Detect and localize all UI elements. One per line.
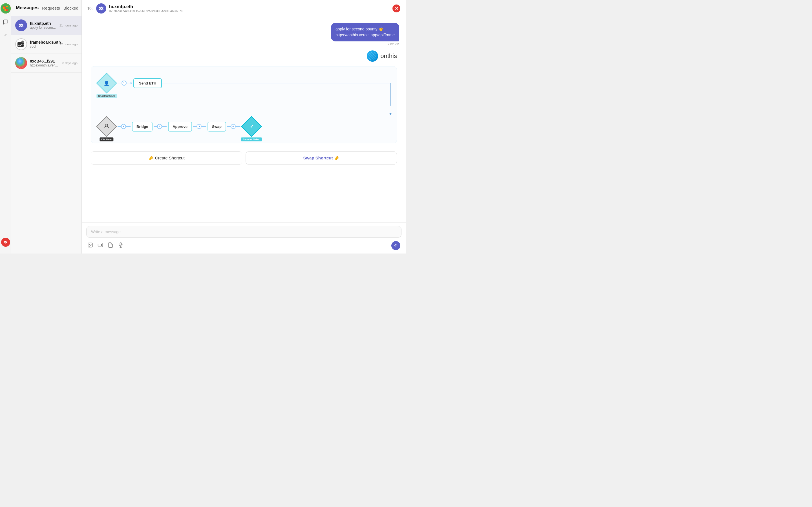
conversation-name: frameboards.eth [30, 40, 57, 45]
conversation-preview: cool [30, 45, 57, 48]
diy-user-node: DIY User [97, 117, 116, 136]
action-buttons: 🤌 Create Shortcut Swap Shortcut 🤌 [89, 148, 399, 168]
message-bubble: apply for second bounty 👋https://onthis.… [331, 23, 399, 41]
svg-rect-21 [98, 244, 102, 246]
bridge-node: Bridge [132, 122, 153, 131]
create-shortcut-button[interactable]: 🤌 Create Shortcut [91, 151, 242, 165]
conversation-preview: https://onthis.vercel.a... [30, 63, 59, 67]
message-toolbar [86, 239, 402, 250]
conversation-item[interactable]: 0xcB46...f291 https://onthis.vercel.a...… [11, 54, 82, 73]
send-eth-node: Send ETH [133, 78, 162, 88]
avatar [15, 57, 27, 69]
sent-message: apply for second bounty 👋https://onthis.… [331, 23, 399, 46]
svg-point-20 [89, 244, 90, 244]
to-label: To: [87, 6, 93, 11]
step1-connector: 1 [117, 80, 132, 86]
conversation-item[interactable]: frameboards.eth cool 12 hours ago [11, 35, 82, 54]
user-avatar[interactable] [1, 3, 11, 13]
svg-rect-4 [3, 7, 4, 9]
svg-rect-5 [4, 7, 6, 9]
recipient-info: hi.xmtp.eth 0x194c31cAe1418D5256E8c58e0d… [109, 4, 393, 13]
bottom-step2-connector: 2 [154, 124, 167, 129]
onthis-logo: onthis [367, 50, 397, 62]
flow-diagram-inner: 👤 Shortcut User 1 Send ETH [97, 73, 391, 136]
messages-header: Messages Requests Blocked + [11, 0, 82, 16]
conversation-time: 11 hours ago [59, 24, 78, 27]
video-icon[interactable] [98, 242, 103, 249]
conversation-info: frameboards.eth cool [30, 40, 57, 48]
swap-node: Swap [207, 122, 226, 131]
conversation-name: 0xcB46...f291 [30, 59, 59, 63]
onthis-brand-name: onthis [380, 52, 397, 60]
bottom-step4-connector: 4 [227, 124, 241, 129]
microphone-icon[interactable] [118, 242, 123, 249]
requests-nav[interactable]: Requests [42, 6, 60, 10]
conversation-info: hi.xmtp.eth apply for second boun... [30, 21, 57, 30]
svg-point-18 [106, 124, 108, 126]
chat-header: To: hi.xmtp.eth 0x194c31cAe1418D5256E8c5… [82, 0, 406, 17]
onthis-circle-icon [367, 50, 378, 62]
svg-rect-8 [4, 9, 6, 11]
sidebar: » [0, 0, 11, 253]
svg-rect-1 [3, 6, 4, 7]
close-button[interactable]: ✕ [393, 4, 400, 12]
chat-area: To: hi.xmtp.eth 0x194c31cAe1418D5256E8c5… [82, 0, 406, 253]
recipient-address: 0x194c31cAe1418D5256E8c58e0d08Aee1046C6E… [109, 9, 393, 13]
svg-rect-6 [6, 7, 8, 9]
svg-rect-7 [3, 9, 4, 11]
receive-token-node: ✓ Receive Token [242, 117, 261, 136]
svg-rect-2 [4, 6, 6, 7]
message-input-area [82, 222, 406, 253]
messages-panel: Messages Requests Blocked + hi.xmtp.eth … [11, 0, 82, 253]
recipient-avatar [96, 3, 106, 13]
receive-token-label: Receive Token [241, 137, 262, 142]
conversation-list: hi.xmtp.eth apply for second boun... 11 … [11, 16, 82, 253]
conversation-time: 8 days ago [62, 61, 78, 65]
image-icon[interactable] [87, 242, 93, 249]
expand-icon[interactable]: » [2, 31, 10, 38]
bottom-step1-connector: 1 [117, 124, 131, 129]
xmtp-logo[interactable] [1, 238, 10, 247]
send-button[interactable] [391, 241, 400, 250]
svg-rect-3 [6, 6, 8, 7]
vertical-line [391, 83, 391, 106]
conversation-info: 0xcB46...f291 https://onthis.vercel.a... [30, 59, 59, 67]
chat-icon[interactable] [2, 18, 10, 26]
shortcut-user-node: 👤 Shortcut User [97, 73, 116, 93]
flow-diagram: 👤 Shortcut User 1 Send ETH [91, 66, 397, 144]
svg-point-10 [3, 240, 8, 245]
message-text: apply for second bounty 👋https://onthis.… [336, 27, 395, 37]
conversation-item[interactable]: hi.xmtp.eth apply for second boun... 11 … [11, 16, 82, 35]
message-timestamp: 2:02 PM [331, 43, 399, 46]
approve-node: Approve [168, 122, 192, 131]
shortcut-user-label: Shortcut User [96, 94, 117, 98]
chat-messages: apply for second bounty 👋https://onthis.… [82, 17, 406, 222]
conversation-name: hi.xmtp.eth [30, 21, 57, 25]
recipient-name: hi.xmtp.eth [109, 4, 393, 9]
svg-rect-9 [6, 9, 8, 11]
conversation-time: 12 hours ago [59, 43, 78, 46]
top-horizontal-line [162, 83, 391, 83]
message-input[interactable] [86, 226, 402, 238]
avatar [15, 38, 27, 50]
bottom-step3-connector: 3 [193, 124, 206, 129]
svg-rect-22 [120, 242, 121, 245]
avatar [15, 19, 27, 31]
diy-user-label: DIY User [100, 137, 113, 142]
conversation-preview: apply for second boun... [30, 25, 57, 30]
svg-point-13 [21, 41, 24, 43]
onthis-logo-section: onthis [89, 50, 399, 62]
bottom-flow-row: DIY User 1 Bridge 2 [97, 117, 391, 136]
swap-shortcut-button[interactable]: Swap Shortcut 🤌 [246, 151, 397, 165]
attachment-icon[interactable] [108, 242, 113, 249]
blocked-nav[interactable]: Blocked [63, 6, 79, 10]
vertical-arrow [97, 113, 391, 115]
messages-title: Messages [16, 5, 39, 11]
